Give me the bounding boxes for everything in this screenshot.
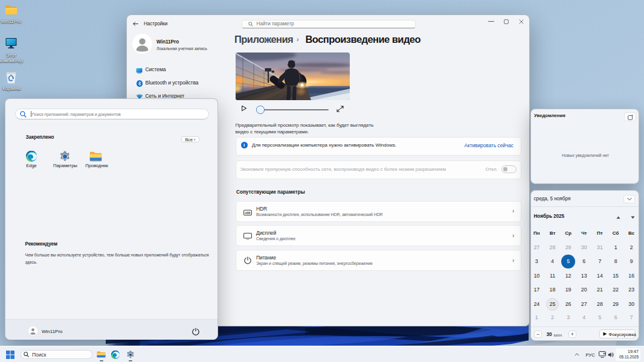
svg-text:HDR: HDR xyxy=(245,211,251,214)
